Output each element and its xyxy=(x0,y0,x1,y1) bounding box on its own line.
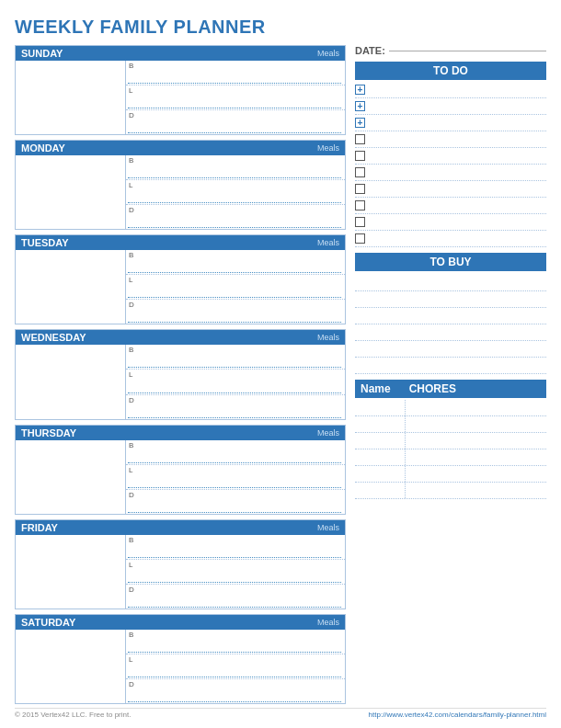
todo-checkbox[interactable] xyxy=(355,134,365,144)
day-meals: BLD xyxy=(126,61,345,134)
day-content: BLD xyxy=(16,155,345,229)
day-notes[interactable] xyxy=(16,250,126,324)
chore-name-cell[interactable] xyxy=(355,433,406,449)
day-notes[interactable] xyxy=(16,440,126,514)
todo-item[interactable] xyxy=(355,181,546,198)
chores-section: Name CHORES xyxy=(355,380,546,704)
todo-checkbox[interactable]: + xyxy=(355,85,365,95)
day-notes[interactable] xyxy=(16,345,126,418)
day-notes[interactable] xyxy=(16,155,126,229)
chore-task-cell[interactable] xyxy=(406,400,546,415)
chore-name-cell[interactable] xyxy=(355,416,406,432)
tobuy-lines xyxy=(355,273,546,374)
day-notes[interactable] xyxy=(16,630,126,703)
meal-row[interactable]: B xyxy=(126,345,345,370)
chores-row[interactable] xyxy=(355,466,546,483)
meal-row[interactable]: D xyxy=(126,585,345,609)
meal-label: D xyxy=(129,111,134,119)
todo-checkbox[interactable] xyxy=(355,184,365,194)
todo-item[interactable] xyxy=(355,131,546,148)
todo-item[interactable] xyxy=(355,148,546,165)
day-name: TUESDAY xyxy=(21,237,69,248)
day-notes[interactable] xyxy=(16,61,126,134)
meal-line xyxy=(128,557,341,558)
tobuy-line[interactable] xyxy=(355,308,546,324)
meal-line xyxy=(128,462,341,463)
meal-row[interactable]: L xyxy=(126,654,345,679)
meal-line xyxy=(128,322,341,323)
todo-section: TO DO +++ xyxy=(355,62,546,247)
todo-item[interactable]: + xyxy=(355,115,546,131)
chore-name-cell[interactable] xyxy=(355,483,406,498)
todo-checkbox[interactable]: + xyxy=(355,118,365,128)
todo-item[interactable] xyxy=(355,214,546,231)
chores-row[interactable] xyxy=(355,400,546,416)
meal-line xyxy=(128,83,341,84)
meal-row[interactable]: L xyxy=(126,370,345,394)
day-content: BLD xyxy=(16,535,345,609)
todo-item[interactable]: + xyxy=(355,98,546,115)
tobuy-line[interactable] xyxy=(355,358,546,374)
todo-item[interactable] xyxy=(355,165,546,181)
todo-checkbox[interactable]: + xyxy=(355,101,365,111)
day-notes[interactable] xyxy=(16,535,126,609)
meal-row[interactable]: D xyxy=(126,300,345,324)
chore-task-cell[interactable] xyxy=(406,466,546,482)
meal-row[interactable]: D xyxy=(126,205,345,229)
chore-name-cell[interactable] xyxy=(355,466,406,482)
meal-row[interactable]: B xyxy=(126,61,345,85)
chores-row[interactable] xyxy=(355,483,546,499)
chore-task-cell[interactable] xyxy=(406,483,546,498)
todo-checkbox[interactable] xyxy=(355,151,365,161)
meal-row[interactable]: L xyxy=(126,560,345,585)
todo-checkbox[interactable] xyxy=(355,200,365,210)
chores-row[interactable] xyxy=(355,416,546,433)
tobuy-line[interactable] xyxy=(355,341,546,358)
meal-label: L xyxy=(129,561,132,569)
chores-row[interactable] xyxy=(355,433,546,449)
chore-task-cell[interactable] xyxy=(406,416,546,432)
meals-label: Meals xyxy=(317,428,339,438)
day-header-tuesday: TUESDAYMeals xyxy=(16,235,345,250)
page: WEEKLY FAMILY PLANNER SUNDAYMealsBLDMOND… xyxy=(0,0,561,728)
meal-row[interactable]: B xyxy=(126,155,345,180)
meal-row[interactable]: L xyxy=(126,85,345,110)
tobuy-line[interactable] xyxy=(355,291,546,308)
day-meals: BLD xyxy=(126,630,345,703)
chores-row[interactable] xyxy=(355,449,546,466)
meal-row[interactable]: L xyxy=(126,180,345,205)
meal-row[interactable]: B xyxy=(126,630,345,654)
tobuy-line[interactable] xyxy=(355,275,546,291)
meal-row[interactable]: D xyxy=(126,395,345,419)
meal-line xyxy=(128,487,341,488)
meal-line xyxy=(128,582,341,583)
meal-row[interactable]: L xyxy=(126,465,345,490)
meal-line xyxy=(128,417,341,418)
todo-checkbox[interactable] xyxy=(355,167,365,177)
todo-checkbox[interactable] xyxy=(355,233,365,244)
meal-row[interactable]: D xyxy=(126,679,345,703)
chore-name-cell[interactable] xyxy=(355,449,406,465)
chore-task-cell[interactable] xyxy=(406,449,546,465)
meal-row[interactable]: B xyxy=(126,535,345,560)
chore-name-cell[interactable] xyxy=(355,400,406,415)
todo-checkbox[interactable] xyxy=(355,217,365,227)
footer-url: http://www.vertex42.com/calendars/family… xyxy=(369,711,546,719)
meal-row[interactable]: D xyxy=(126,110,345,134)
meal-row[interactable]: B xyxy=(126,250,345,275)
meals-label: Meals xyxy=(317,143,339,153)
chore-task-cell[interactable] xyxy=(406,433,546,449)
meal-row[interactable]: B xyxy=(126,440,345,465)
todo-item[interactable]: + xyxy=(355,82,546,98)
page-title: WEEKLY FAMILY PLANNER xyxy=(15,17,546,38)
meal-line xyxy=(128,272,341,273)
todo-item[interactable] xyxy=(355,231,546,247)
meal-row[interactable]: D xyxy=(126,490,345,514)
meal-row[interactable]: L xyxy=(126,275,345,300)
day-meals: BLD xyxy=(126,440,345,514)
tobuy-line[interactable] xyxy=(355,324,546,341)
day-header-thursday: THURSDAYMeals xyxy=(16,426,345,440)
meals-label: Meals xyxy=(317,49,339,58)
todo-item[interactable] xyxy=(355,198,546,214)
chores-body xyxy=(355,400,546,499)
